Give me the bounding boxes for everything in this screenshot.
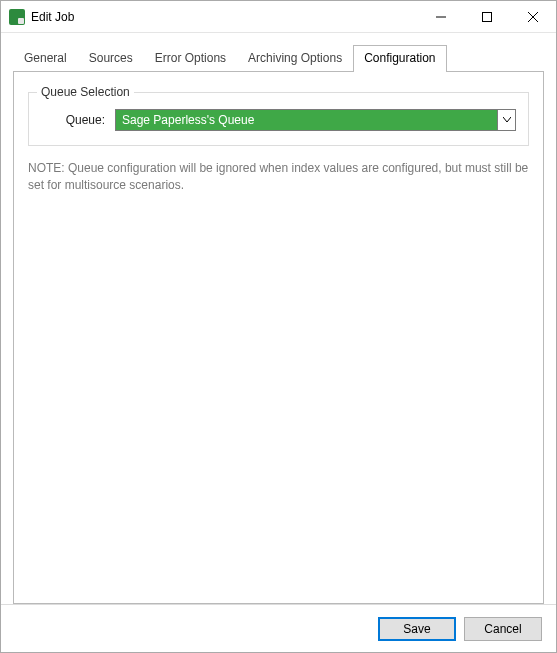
minimize-button[interactable] — [418, 1, 464, 32]
dialog-window: Edit Job General Sources Error Options A… — [0, 0, 557, 653]
maximize-icon — [482, 12, 492, 22]
tab-error-options[interactable]: Error Options — [144, 45, 237, 71]
close-button[interactable] — [510, 1, 556, 32]
window-title: Edit Job — [31, 10, 418, 24]
config-note: NOTE: Queue configuration will be ignore… — [28, 160, 529, 194]
close-icon — [528, 12, 538, 22]
maximize-button[interactable] — [464, 1, 510, 32]
group-title: Queue Selection — [37, 85, 134, 99]
minimize-icon — [436, 12, 446, 22]
chevron-down-icon — [503, 117, 511, 123]
queue-selected-value: Sage Paperless's Queue — [116, 110, 497, 130]
client-area: General Sources Error Options Archiving … — [1, 33, 556, 604]
cancel-button[interactable]: Cancel — [464, 617, 542, 641]
tab-general[interactable]: General — [13, 45, 78, 71]
queue-dropdown-button[interactable] — [497, 110, 515, 130]
app-icon — [9, 9, 25, 25]
save-button[interactable]: Save — [378, 617, 456, 641]
tabpanel-configuration: Queue Selection Queue: Sage Paperless's … — [13, 71, 544, 604]
dialog-footer: Save Cancel — [1, 604, 556, 652]
tab-archiving-options[interactable]: Archiving Options — [237, 45, 353, 71]
window-controls — [418, 1, 556, 32]
queue-label: Queue: — [41, 113, 105, 127]
queue-dropdown[interactable]: Sage Paperless's Queue — [115, 109, 516, 131]
tab-sources[interactable]: Sources — [78, 45, 144, 71]
svg-rect-1 — [483, 12, 492, 21]
tab-configuration[interactable]: Configuration — [353, 45, 446, 72]
tabstrip: General Sources Error Options Archiving … — [13, 45, 544, 71]
titlebar: Edit Job — [1, 1, 556, 33]
queue-row: Queue: Sage Paperless's Queue — [41, 109, 516, 131]
queue-selection-group: Queue Selection Queue: Sage Paperless's … — [28, 92, 529, 146]
